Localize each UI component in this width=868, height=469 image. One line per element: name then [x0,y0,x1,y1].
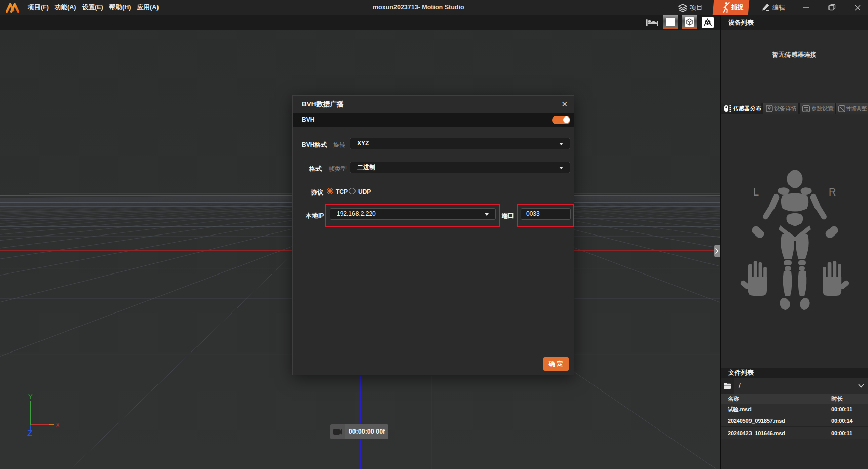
svg-text:L: L [753,186,759,198]
svg-text:Y: Y [28,393,33,400]
svg-text:X: X [56,422,60,429]
svg-text:R: R [828,186,836,198]
svg-text:Z: Z [27,428,32,436]
